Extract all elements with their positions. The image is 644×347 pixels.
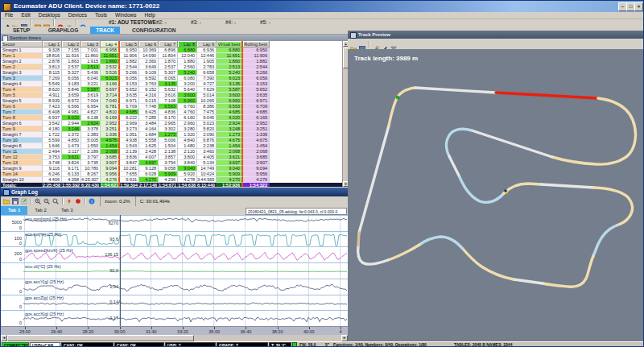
lap-time-cell[interactable]: 6:971 [120,98,139,104]
lap-time-cell[interactable]: 1:473 [62,143,81,149]
lap-time-cell[interactable]: 6:876 [197,138,217,143]
sector-row[interactable]: Straight 19:3287:1557:0016:9586:95010:36… [1,48,342,53]
menu-edit[interactable]: Edit [17,12,34,19]
lap-time-cell[interactable]: 3:800 [178,155,197,160]
lap-time-cell[interactable]: 3:248 [62,126,81,132]
lap-time-cell[interactable]: 6:950 [120,48,139,53]
lap-time-cell[interactable]: 3:616 [159,93,178,98]
lap-time-cell[interactable]: 9:328 [43,48,62,53]
lap-time-cell[interactable]: 7:475 [197,109,217,115]
lap-time-cell[interactable]: 10:281 [120,166,139,171]
lap-time-cell[interactable]: 11:691 [101,53,120,59]
lap-time-cell[interactable]: 4:850 [62,138,81,143]
lap-time-cell[interactable]: 5:266 [120,70,139,76]
lap-time-cell[interactable]: 3:857 [159,155,178,160]
lap-time-cell[interactable]: 1:383 [81,132,101,138]
lap-time-cell[interactable]: 3:484 [139,121,159,126]
lap-time-cell[interactable]: 6:028 [139,171,159,177]
lap-time-cell[interactable]: 1:863 [62,59,81,64]
graph-channel-gps.speed[interactable]: gps.speed[km/h] (25 Hz)2000136,15 [1,246,348,262]
lap-time-cell[interactable]: 6:566 [62,104,81,109]
lap-time-cell[interactable]: 3:621 [62,155,81,160]
lap-time-cell[interactable]: 6:160 [178,115,197,121]
graph-tab-tab-3[interactable]: Tab 3 [54,206,80,215]
sector-row[interactable]: Turn 37:2696:0566:0406:0236:0566:5926:06… [1,76,342,81]
lap-time-cell[interactable]: 1:646 [43,143,62,149]
lap-time-cell[interactable]: 9:058 [159,166,178,171]
lap-time-cell[interactable]: 6:246 [43,171,62,177]
pin-icon[interactable] [3,19,10,26]
lap-time-cell[interactable]: 5:558 [139,138,159,143]
lap-time-cell[interactable]: 9:171 [62,166,81,171]
lap-time-cell[interactable]: 8:386 [197,104,217,109]
lap-time-cell[interactable]: 4:405 [197,155,217,160]
lap-time-cell[interactable]: 9:094 [101,166,120,171]
lap-time-cell[interactable]: 1:351 [120,132,139,138]
lap-time-cell[interactable]: 10:780 [81,166,101,171]
lap-time-cell[interactable]: 2:513 [81,64,101,70]
lap-time-cell[interactable]: 3:763 [139,81,159,87]
graph-channel-ecu.rpm[interactable]: ecu.rpm[rpm] (25 Hz)500006270 [1,215,348,231]
lap-time-cell[interactable]: 3:44:565 [197,177,217,183]
lap-time-cell[interactable]: 5:587 [81,87,101,93]
lap-time-cell[interactable]: 3:619 [81,93,101,98]
sector-row[interactable]: Turn 123:7533:6213:7973:6853:8364:0073:8… [1,155,342,160]
lap-time-cell[interactable]: 3:200 [178,81,197,87]
lap-time-cell[interactable]: 6:080 [178,76,197,81]
sector-row[interactable]: Straight 58:9396:9727:0047:0406:9719:215… [1,98,342,104]
lap-time-cell[interactable]: 3:735 [81,160,101,166]
lap-time-cell[interactable]: 6:954 [81,104,101,109]
sector-row[interactable]: Straight 45:5493:1833:2213:1663:1533:763… [1,81,342,87]
lap-time-cell[interactable]: 6:152 [139,87,159,93]
lap-time-cell[interactable]: 12:040 [178,53,197,59]
lightning-icon[interactable] [66,198,72,204]
lap-time-cell[interactable]: 2:120 [178,149,197,155]
lap-time-cell[interactable]: 3:166 [101,81,120,87]
lap-time-cell[interactable]: 4:911 [43,93,62,98]
settings-icon[interactable] [66,19,72,26]
lap-time-cell[interactable]: 5:697 [101,87,120,93]
menu-devices[interactable]: Devices [64,12,91,19]
lap-time-cell[interactable]: 14:749 [197,166,217,171]
zoom-reset-icon[interactable] [52,198,59,204]
lap-time-cell[interactable]: 6:896 [159,48,178,53]
lap-time-cell[interactable]: 5:920 [178,171,197,177]
lap-time-cell[interactable]: 8:620 [43,87,62,93]
lap-time-cell[interactable]: 2:360 [139,59,159,64]
lap-time-cell[interactable]: 10:424 [197,171,217,177]
lap-time-cell[interactable]: 6:023 [101,76,120,81]
lap-time-cell[interactable]: 6:936 [197,48,217,53]
lap-time-cell[interactable]: 7:108 [159,98,178,104]
lap-time-cell[interactable]: 6:937 [43,115,62,121]
graph-cursor-line[interactable] [120,215,121,326]
scroll-left-icon[interactable]: ◄ [1,335,7,341]
export-icon[interactable] [21,198,27,204]
close-button[interactable]: × [634,2,643,11]
lap-time-cell[interactable]: 4:25:307 [81,177,101,183]
lap-time-cell[interactable]: 6:133 [62,171,81,177]
column-header[interactable]: Lap 1 [43,41,62,48]
sector-row[interactable]: Turn 118:81611:91611:86011:69111:90614:0… [1,53,342,59]
save-icon[interactable] [21,19,27,26]
lap-time-cell[interactable]: 4:760 [178,109,197,115]
lap-time-cell[interactable]: 8:267 [81,171,101,177]
column-header[interactable]: Lap 6 [139,41,159,48]
open-icon[interactable] [350,41,357,48]
sector-row[interactable]: Turn 67:4236:5666:9546:7816:7097:7486:56… [1,104,342,109]
lap-time-cell[interactable]: 6:972 [62,98,81,104]
sector-row[interactable]: Straight 22:8781:8631:9151:8601:8822:360… [1,59,342,64]
lap-time-cell[interactable]: 6:958 [101,48,120,53]
column-header[interactable]: Lap 4 [101,41,120,48]
lap-time-cell[interactable]: 3:635 [120,93,139,98]
lap-time-cell[interactable]: 3:649 [139,64,159,70]
sector-row[interactable]: Turn 146:2466:1338:2675:9567:6556:0285:9… [1,171,342,177]
lap-time-cell[interactable]: 5:632 [159,87,178,93]
lap-time-cell[interactable]: 1:905 [197,59,217,64]
device-tab-1[interactable]: #1: ADU TESTOWE [109,19,156,26]
lap-time-cell[interactable]: 8:115 [43,70,62,76]
lap-time-cell[interactable]: 2:537 [159,64,178,70]
lap-time-cell[interactable]: 4:827 [81,109,101,115]
lap-time-cell[interactable]: 3:183 [62,81,81,87]
lap-time-cell[interactable]: 14:090 [139,53,159,59]
lap-time-cell[interactable]: 6:658 [197,70,217,76]
